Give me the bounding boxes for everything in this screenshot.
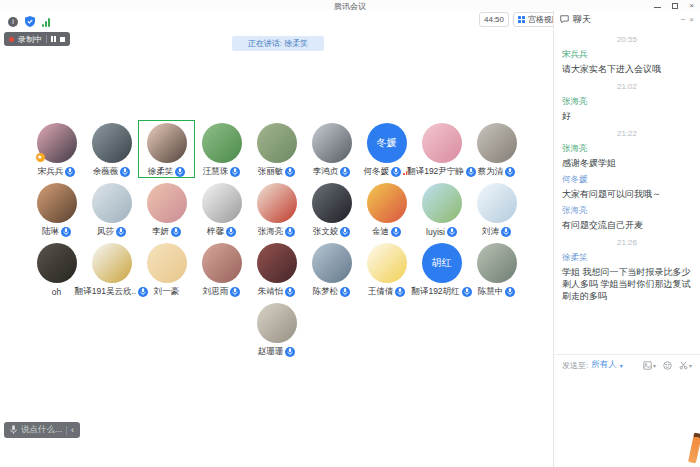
participant-name: 宋兵兵 [38, 166, 64, 178]
participant-name: 蔡为清 [478, 166, 504, 178]
participant-tile[interactable]: ★ 张丽敏 [249, 121, 304, 177]
chat-text: 有问题交流自己开麦 [562, 219, 692, 231]
avatar: ★ [422, 123, 462, 163]
participant-tile[interactable]: ★ 梓馨 [194, 181, 249, 237]
mic-icon [447, 227, 457, 237]
participant-tile[interactable]: ★ 李妍 [139, 181, 194, 237]
participant-tile[interactable]: ★ 蔡为清 [469, 121, 524, 177]
chat-minimize-button[interactable]: − [681, 15, 686, 24]
avatar: ★ [202, 183, 242, 223]
chevron-down-icon: ▾ [620, 362, 623, 369]
mic-icon [391, 167, 401, 177]
mic-icon [285, 167, 295, 177]
avatar: ★ [37, 123, 77, 163]
participant-tile[interactable]: ★ 刘思雨 [194, 241, 249, 297]
participant-name: 刘思雨 [203, 286, 229, 298]
chat-sender: 宋兵兵 [562, 49, 692, 61]
participant-name: 李鸿贞 [313, 166, 339, 178]
participant-name: 张丽敏 [258, 166, 284, 178]
participant-tile[interactable]: ★ 翻译192尹宁静 [414, 121, 469, 177]
chat-timestamp: 21:02 [562, 82, 692, 91]
mic-icon [10, 425, 17, 435]
mic-icon [120, 167, 130, 177]
security-shield-icon[interactable] [25, 13, 35, 31]
avatar: ★ [257, 243, 297, 283]
avatar: ★ [367, 183, 407, 223]
close-button[interactable]: × [689, 1, 694, 10]
screenshot-icon[interactable]: ▾ [679, 361, 692, 370]
participant-name: 陈慧中 [478, 286, 504, 298]
image-upload-icon[interactable]: ▾ [643, 361, 656, 370]
participant-tile[interactable]: ★ 翻译191吴云欣.. [84, 241, 139, 297]
participant-tile[interactable]: ★ 陈慧中 [469, 241, 524, 297]
participant-name: 王倩倩 [368, 286, 394, 298]
participant-name: 张文姣 [313, 226, 339, 238]
participant-tile[interactable]: ★ 徐柔笑 [139, 121, 194, 177]
maximize-button[interactable] [672, 3, 678, 9]
participant-name: oh [52, 287, 61, 297]
mic-icon [285, 227, 295, 237]
participant-name: 刘涛 [482, 226, 499, 238]
participant-tile[interactable]: ★ 王倩倩 [359, 241, 414, 297]
participant-name: 刘一豪 [154, 286, 180, 298]
avatar: ★ [422, 183, 462, 223]
participant-name: 汪慧珠 [203, 166, 229, 178]
participant-tile[interactable]: ★ 宋兵兵 [29, 121, 84, 177]
participant-tile[interactable]: ★ 张文姣 [304, 181, 359, 237]
chat-sender: 徐柔笑 [562, 252, 692, 264]
tencent-meeting-window: 腾讯会议 × i 44:50 宫格视图 ▾ 录制中 [0, 0, 700, 467]
chat-message: 何冬媛 大家有问题可以问我哦～ [562, 174, 692, 200]
chat-panel: 聊天 − × 20:55 宋兵兵 请大家实名下进入会议哦 21:02 张海亮 好… [553, 11, 700, 467]
avatar: ★ [312, 183, 352, 223]
mic-icon [501, 227, 511, 237]
participant-tile[interactable]: ★ 朱靖怡 [249, 241, 304, 297]
participant-tile[interactable]: ★ 陆琳 [29, 181, 84, 237]
chat-sender: 张海亮 [562, 205, 692, 217]
pause-recording-button[interactable] [51, 36, 56, 42]
mic-icon [175, 167, 185, 177]
participant-tile[interactable]: ★ 赵珊珊 [249, 301, 304, 357]
avatar: ★ [477, 183, 517, 223]
quick-chat-input[interactable]: 说点什么... ‹ [4, 422, 80, 438]
participant-tile[interactable]: ★ 陈梦松 [304, 241, 359, 297]
participant-tile[interactable]: ★ 冬媛 何冬媛 [359, 121, 414, 177]
participant-tile[interactable]: ★ 刘一豪 [139, 241, 194, 297]
mic-icon [230, 167, 240, 177]
chat-header: 聊天 − × [554, 11, 700, 28]
mic-icon [61, 227, 71, 237]
mic-icon [226, 227, 236, 237]
participant-tile[interactable]: ★ 张海亮 [249, 181, 304, 237]
network-signal-icon[interactable] [42, 18, 50, 27]
participant-tile[interactable]: ★ 汪慧珠 [194, 121, 249, 177]
avatar: ★ [312, 123, 352, 163]
avatar: ★ [37, 183, 77, 223]
avatar: ★ [92, 243, 132, 283]
chat-close-button[interactable]: × [689, 15, 694, 24]
collapse-icon[interactable]: ‹ [71, 426, 74, 435]
meeting-info-icon[interactable]: i [8, 17, 18, 27]
minimize-button[interactable] [654, 7, 661, 8]
chat-sender: 张海亮 [562, 96, 692, 108]
participant-name: 金迪 [372, 226, 389, 238]
participant-tile[interactable]: ★ 凤莎 [84, 181, 139, 237]
participant-row: ★ oh ★ 翻译191吴云欣.. ★ 刘一豪 [0, 241, 553, 297]
stop-recording-button[interactable] [60, 37, 65, 42]
participant-tile[interactable]: ★ 刘涛 [469, 181, 524, 237]
participant-tile[interactable]: ★ 李鸿贞 [304, 121, 359, 177]
participant-tile[interactable]: ★ luyisi [414, 181, 469, 237]
grid-view-icon [518, 16, 525, 23]
participant-row: ★ 宋兵兵 ★ 余薇薇 ★ 徐柔笑 [0, 121, 553, 177]
participant-name: 梓馨 [207, 226, 224, 238]
participant-tile[interactable]: ★ 胡红 翻译192胡红 [414, 241, 469, 297]
participant-row: ★ 陆琳 ★ 凤莎 ★ 李妍 [0, 181, 553, 237]
mic-icon [505, 167, 515, 177]
mic-icon [340, 287, 350, 297]
participant-tile[interactable]: ★ 金迪 [359, 181, 414, 237]
participant-tile[interactable]: ★ 余薇薇 [84, 121, 139, 177]
send-to-selector[interactable]: 所有人 [591, 359, 617, 371]
chat-input-area[interactable] [554, 375, 700, 467]
chat-messages[interactable]: 20:55 宋兵兵 请大家实名下进入会议哦 21:02 张海亮 好 21:22 … [554, 28, 700, 354]
chat-timestamp: 21:22 [562, 129, 692, 138]
emoji-icon[interactable] [663, 361, 672, 370]
avatar: ★ 冬媛 [367, 123, 407, 163]
